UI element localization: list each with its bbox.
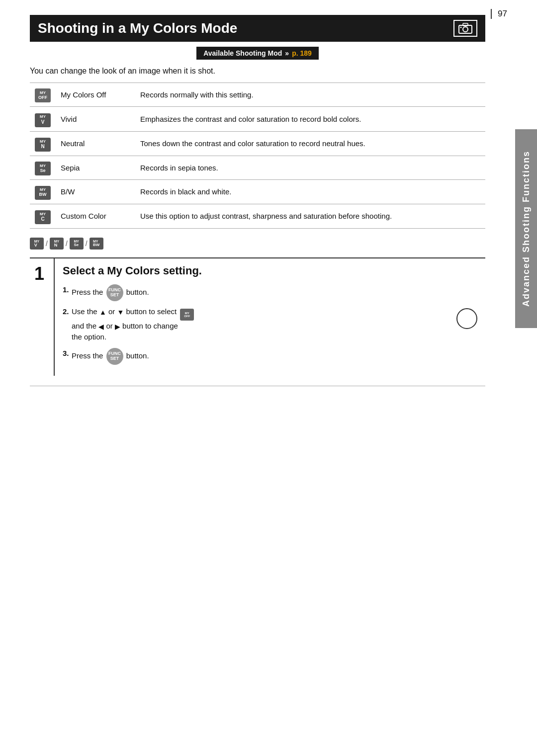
page-wrapper: 97 Advanced Shooting Functions Shooting …	[0, 0, 537, 756]
table-cell-desc: Tones down the contrast and color satura…	[135, 131, 485, 156]
table-cell-icon: MYV	[30, 107, 56, 131]
chevrons-icon: »	[285, 49, 289, 57]
table-cell-name: Neutral	[56, 131, 135, 156]
table-cell-icon: MYOFF	[30, 83, 56, 107]
arrow-down-icon: ▼	[117, 308, 124, 316]
step-item-3: 3. Press the FUNCSET button.	[63, 348, 477, 365]
title-bar: Shooting in a My Colors Mode	[30, 15, 485, 42]
table-cell-icon: MYC	[30, 204, 56, 228]
page-number: 97	[491, 9, 507, 19]
table-cell-name: B/W	[56, 180, 135, 204]
table-cell-desc: Use this option to adjust contrast, shar…	[135, 204, 485, 228]
avail-bar: Available Shooting Mod » p. 189	[30, 47, 485, 60]
func-set-btn-1[interactable]: FUNCSET	[106, 284, 123, 301]
step-content: Select a My Colors setting. 1. Press the…	[55, 258, 485, 376]
main-content: Shooting in a My Colors Mode Available S…	[0, 0, 515, 756]
table-row: MYSe Sepia Records in sepia tones.	[30, 156, 485, 179]
divider-2: /	[66, 240, 68, 248]
table-cell-icon: MYSe	[30, 156, 56, 179]
table-cell-icon: MYN	[30, 131, 56, 156]
mode-icon-v: MYV	[35, 113, 51, 127]
arrow-left-icon: ◀	[98, 322, 104, 330]
step-item-text-1: Press the FUNCSET button.	[72, 284, 477, 301]
mode-icon-c: MYC	[35, 210, 51, 224]
arrow-up-icon: ▲	[99, 308, 106, 316]
step-item-num-2: 2.	[63, 306, 72, 318]
page-title: Shooting in a My Colors Mode	[38, 20, 237, 36]
svg-rect-2	[463, 23, 468, 26]
table-cell-name: My Colors Off	[56, 83, 135, 107]
table-row: MYV Vivid Emphasizes the contrast and co…	[30, 107, 485, 131]
step-item-1: 1. Press the FUNCSET button.	[63, 284, 477, 301]
table-cell-name: Sepia	[56, 156, 135, 179]
mode-icon-bw: MYBW	[35, 186, 51, 200]
table-cell-name: Vivid	[56, 107, 135, 131]
table-cell-desc: Emphasizes the contrast and color satura…	[135, 107, 485, 131]
table-row: MYOFF My Colors Off Records normally wit…	[30, 83, 485, 107]
func-set-btn-3[interactable]: FUNCSET	[106, 348, 123, 365]
page-ref: p. 189	[292, 49, 312, 57]
mode-icon-n-small: MYN	[50, 238, 64, 250]
step2-row: Use the ▲ or ▼ button to select MYOFF an…	[72, 306, 477, 343]
svg-point-3	[460, 27, 462, 28]
mode-icon-off-inline: MYOFF	[180, 309, 194, 321]
bottom-line	[30, 386, 485, 386]
svg-point-1	[463, 27, 468, 32]
divider-3: /	[86, 240, 88, 248]
step-item-text-2: Use the ▲ or ▼ button to select MYOFF an…	[72, 306, 447, 343]
table-row: MYBW B/W Records in black and white.	[30, 180, 485, 204]
circle-indicator	[456, 308, 477, 329]
step-title: Select a My Colors setting.	[63, 264, 477, 277]
step-item-text-3: Press the FUNCSET button.	[72, 348, 477, 365]
camera-icon	[453, 20, 477, 37]
arrow-right-icon: ▶	[115, 322, 120, 330]
table-cell-desc: Records in sepia tones.	[135, 156, 485, 179]
table-cell-icon: MYBW	[30, 180, 56, 204]
mode-icon-se: MYSe	[35, 162, 51, 175]
intro-text: You can change the look of an image when…	[30, 67, 485, 76]
avail-inner: Available Shooting Mod » p. 189	[196, 47, 319, 60]
table-row: MYN Neutral Tones down the contrast and …	[30, 131, 485, 156]
mode-icon-bw-small: MYBW	[90, 238, 103, 250]
mode-icon-n: MYN	[35, 138, 51, 152]
step-item-num-3: 3.	[63, 348, 72, 359]
step-section: 1 Select a My Colors setting. 1. Press t…	[30, 257, 485, 376]
mode-icon-se-small: MYSe	[70, 238, 84, 250]
modes-table: MYOFF My Colors Off Records normally wit…	[30, 83, 485, 229]
mode-icon-v-small: MYV	[30, 238, 44, 250]
step-number: 1	[30, 258, 55, 376]
table-cell-name: Custom Color	[56, 204, 135, 228]
avail-label: Available Shooting Mod	[203, 49, 282, 57]
step-item-2: 2. Use the ▲ or ▼ button to select MYOFF…	[63, 306, 477, 343]
mode-icon-off: MYOFF	[35, 88, 51, 102]
divider-1: /	[46, 240, 48, 248]
step-item-num-1: 1.	[63, 284, 72, 296]
table-row: MYC Custom Color Use this option to adju…	[30, 204, 485, 228]
table-cell-desc: Records normally with this setting.	[135, 83, 485, 107]
icons-row: MYV / MYN / MYSe / MYBW	[30, 238, 485, 250]
table-cell-desc: Records in black and white.	[135, 180, 485, 204]
side-tab: Advanced Shooting Functions	[515, 129, 537, 328]
